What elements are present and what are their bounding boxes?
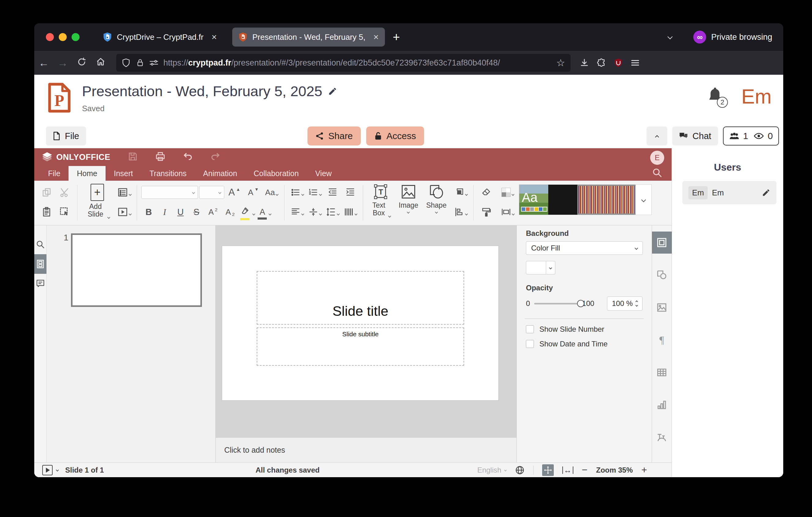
menu-insert[interactable]: Insert (106, 166, 141, 181)
participants-box[interactable]: 1 0 (723, 127, 779, 145)
slideshow-options-chevron[interactable] (56, 469, 59, 472)
maximize-window-button[interactable] (71, 33, 80, 41)
slide[interactable]: Slide title Slide subtitle (222, 246, 499, 401)
clear-style-button[interactable] (478, 184, 494, 201)
menu-animation[interactable]: Animation (195, 166, 245, 181)
notes-area[interactable]: Click to add notes (216, 437, 517, 462)
start-slideshow-status-button[interactable] (42, 465, 53, 475)
line-spacing-button[interactable] (324, 203, 341, 220)
background-fill-select[interactable]: Color Fill (526, 241, 643, 255)
bullet-list-button[interactable] (289, 184, 305, 201)
back-button[interactable]: ← (34, 57, 53, 69)
language-select[interactable]: English (477, 466, 506, 474)
table-settings-icon[interactable] (652, 361, 672, 383)
horizontal-align-button[interactable] (289, 203, 305, 220)
menu-hamburger-icon[interactable] (631, 58, 640, 67)
notifications-bell[interactable]: 2 (707, 88, 723, 105)
tab-close-icon[interactable]: × (211, 32, 217, 42)
home-button[interactable] (91, 57, 110, 69)
columns-button[interactable] (342, 203, 358, 220)
paragraph-settings-icon[interactable]: ¶ (652, 329, 672, 351)
slide-title-placeholder[interactable]: Slide title (257, 271, 464, 325)
decrease-indent-button[interactable] (324, 184, 341, 201)
bookmark-star-icon[interactable]: ☆ (556, 57, 565, 69)
increase-font-button[interactable]: A▲ (226, 184, 243, 201)
copy-style-button[interactable] (478, 203, 494, 220)
insert-textbox-button[interactable]: T Text Box (368, 184, 394, 217)
slide-size-button[interactable] (499, 203, 516, 220)
tab-cryptdrive[interactable]: CryptDrive – CryptPad.fr × (97, 28, 223, 47)
highlight-color-button[interactable] (239, 203, 256, 220)
underline-button[interactable]: U (173, 203, 188, 220)
superscript-button[interactable]: A2 (205, 203, 221, 220)
account-button[interactable]: Em (741, 86, 772, 107)
reload-button[interactable] (72, 57, 91, 69)
font-size-select[interactable] (199, 186, 224, 199)
color-swatch-chevron[interactable] (546, 261, 555, 274)
theme-gallery-expand-chevron[interactable] (635, 185, 651, 215)
url-bar[interactable]: https://cryptpad.fr/presentation/#/3/pre… (116, 54, 571, 72)
spin-down-icon[interactable] (635, 304, 638, 306)
shape-settings-icon[interactable] (652, 264, 672, 286)
menu-collaboration[interactable]: Collaboration (245, 166, 307, 181)
increase-indent-button[interactable] (342, 184, 358, 201)
arrange-shape-button[interactable] (453, 184, 469, 201)
ublock-origin-icon[interactable] (614, 58, 622, 67)
spin-up-icon[interactable] (635, 300, 638, 303)
theme-black-thumbnail[interactable] (548, 185, 577, 215)
show-slide-number-checkbox[interactable] (526, 325, 534, 333)
editor-avatar[interactable]: E (650, 151, 664, 165)
strikethrough-button[interactable]: S (189, 203, 204, 220)
collapse-toolbar-button[interactable] (646, 127, 667, 145)
select-all-button[interactable] (56, 203, 73, 220)
search-panel-icon[interactable] (34, 235, 47, 254)
list-tabs-chevron-icon[interactable] (668, 34, 672, 40)
close-window-button[interactable] (46, 33, 54, 41)
align-shape-button[interactable] (453, 203, 469, 220)
vertical-align-button[interactable] (307, 203, 323, 220)
permissions-icon[interactable] (149, 59, 158, 67)
access-button[interactable]: Access (366, 127, 424, 145)
change-case-button[interactable]: Aa (263, 184, 280, 201)
extensions-icon[interactable] (597, 58, 606, 67)
fit-slide-button[interactable] (542, 464, 554, 476)
menu-transitions[interactable]: Transitions (141, 166, 195, 181)
bold-button[interactable]: B (141, 203, 156, 220)
comments-panel-icon[interactable] (34, 274, 47, 293)
slide-layout-button[interactable] (116, 184, 133, 201)
decrease-font-button[interactable]: A▼ (244, 184, 262, 201)
paste-button[interactable] (38, 203, 55, 220)
textart-settings-icon[interactable] (652, 426, 672, 448)
color-swatch[interactable] (526, 261, 546, 274)
slide-canvas[interactable]: Slide title Slide subtitle (216, 225, 517, 437)
zoom-out-button[interactable]: − (582, 464, 588, 475)
share-button[interactable]: Share (308, 127, 361, 145)
redo-icon[interactable] (210, 151, 221, 163)
zoom-in-button[interactable]: + (641, 464, 647, 475)
edit-user-pencil-icon[interactable] (762, 188, 771, 197)
menu-file[interactable]: File (40, 166, 68, 181)
add-slide-button[interactable]: + Add Slide (82, 184, 113, 220)
opacity-spinner[interactable]: 100 % (607, 297, 642, 310)
slides-panel-icon[interactable] (34, 254, 47, 274)
slide-fill-color-button[interactable] (499, 184, 516, 201)
cut-button[interactable] (56, 184, 73, 201)
file-button[interactable]: File (46, 127, 86, 145)
find-search-icon[interactable] (652, 167, 662, 179)
font-name-select[interactable] (141, 186, 198, 199)
tab-presentation-active[interactable]: Presentation - Wed, February 5, × (232, 28, 385, 47)
rename-pencil-icon[interactable] (328, 87, 337, 96)
forward-button[interactable]: → (53, 57, 72, 69)
chart-settings-icon[interactable] (652, 394, 672, 416)
fit-width-button[interactable]: ↔ (562, 466, 573, 474)
theme-stripes-thumbnail-selected[interactable] (577, 185, 635, 215)
menu-view[interactable]: View (307, 166, 340, 181)
opacity-slider[interactable] (534, 303, 581, 304)
slide-subtitle-placeholder[interactable]: Slide subtitle (257, 327, 464, 366)
numbered-list-button[interactable] (307, 184, 323, 201)
subscript-button[interactable]: A2 (222, 203, 238, 220)
opacity-slider-knob[interactable] (577, 300, 584, 307)
undo-icon[interactable] (183, 151, 193, 163)
new-tab-button[interactable]: + (393, 30, 400, 44)
start-slideshow-button[interactable] (116, 203, 133, 220)
